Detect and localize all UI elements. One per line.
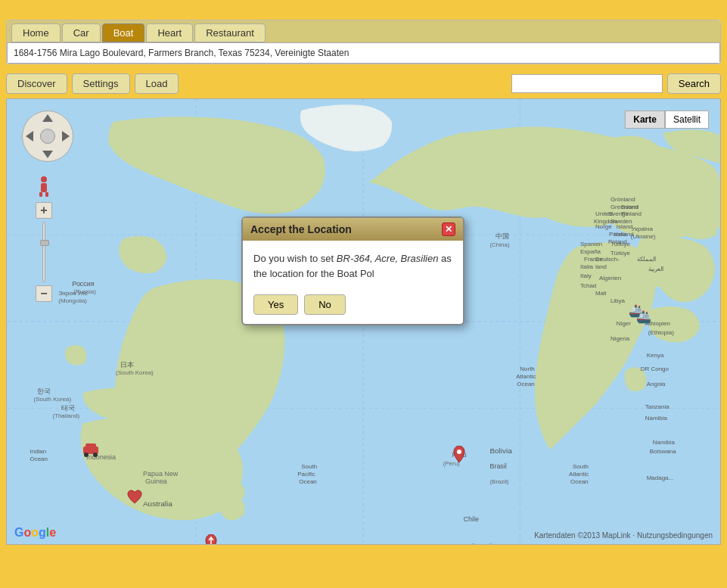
map-navigation	[22, 110, 75, 163]
tab-home[interactable]: Home	[11, 23, 61, 42]
zoom-handle[interactable]	[40, 240, 49, 246]
svg-text:(Ukraine): (Ukraine)	[631, 233, 656, 240]
svg-text:South: South	[573, 463, 589, 470]
svg-text:المملكة: المملكة	[637, 256, 656, 263]
map-type-karte-button[interactable]: Karte	[625, 110, 665, 129]
load-button[interactable]: Load	[135, 73, 179, 94]
svg-text:Iceland: Iceland	[614, 231, 634, 238]
svg-text:Nigeria: Nigeria	[610, 335, 630, 342]
tab-boat[interactable]: Boat	[102, 23, 145, 42]
svg-text:Украïна: Украïна	[632, 226, 654, 232]
marker-car-1[interactable]	[82, 441, 99, 461]
svg-text:DR Congo: DR Congo	[641, 366, 670, 372]
dialog-title: Accept the Location	[250, 223, 352, 235]
top-bar	[0, 0, 727, 15]
search-button[interactable]: Search	[667, 73, 721, 94]
svg-text:(Ethiopia): (Ethiopia)	[648, 329, 674, 336]
svg-text:(South Korea): (South Korea)	[116, 369, 154, 376]
svg-text:한국: 한국	[37, 387, 51, 395]
svg-text:(Mongolia): (Mongolia)	[58, 297, 87, 304]
svg-rect-91	[39, 192, 42, 197]
zoom-in-button[interactable]: +	[36, 202, 52, 219]
svg-text:Pacific: Pacific	[297, 471, 315, 478]
svg-text:Botswana: Botswana	[650, 448, 677, 455]
address-bar: 1684-1756 Mira Lago Boulevard, Farmers B…	[7, 42, 720, 64]
svg-text:Bolivia: Bolivia	[489, 446, 512, 455]
tab-restaurant[interactable]: Restaurant	[194, 23, 266, 42]
marker-heart-1[interactable]	[126, 489, 143, 509]
nav-right-arrow[interactable]	[62, 131, 70, 142]
svg-text:Ocean: Ocean	[30, 456, 48, 462]
nav-panel: Home Car Boat Heart Restaurant 1684-1756…	[6, 20, 721, 64]
svg-text:Indian: Indian	[30, 448, 47, 455]
tab-heart[interactable]: Heart	[146, 23, 193, 42]
svg-text:Mali: Mali	[595, 290, 607, 297]
dialog-no-button[interactable]: No	[304, 294, 346, 315]
dialog-close-button[interactable]: ✕	[442, 222, 455, 236]
svg-text:North: North	[520, 366, 535, 372]
dialog-location-text: BR-364, Acre, Brasilien	[337, 253, 439, 264]
nav-down-arrow[interactable]	[42, 151, 53, 158]
svg-text:Grönland: Grönland	[610, 196, 635, 203]
google-logo: Google	[14, 526, 56, 540]
svg-text:Guinea: Guinea	[145, 478, 167, 485]
svg-text:Ocean: Ocean	[517, 381, 534, 387]
tab-car[interactable]: Car	[62, 23, 101, 42]
svg-text:Atlantic: Atlantic	[516, 373, 536, 380]
svg-point-96	[84, 453, 89, 457]
svg-point-97	[93, 453, 98, 457]
dialog-header: Accept the Location ✕	[243, 218, 463, 241]
search-input[interactable]	[511, 74, 663, 93]
svg-text:Ocean: Ocean	[570, 478, 588, 485]
svg-text:Madaga...: Madaga...	[647, 474, 673, 481]
dialog-body-prefix: Do you wish to set	[253, 253, 337, 264]
svg-text:태국: 태국	[61, 404, 75, 412]
map-background: Россия (Russia) 中国 (China) 日本 (South Kor…	[7, 99, 720, 544]
zoom-out-button[interactable]: −	[36, 285, 52, 302]
street-view-button[interactable]	[36, 175, 52, 198]
map-type-controls: Karte Satellit	[625, 110, 709, 129]
svg-text:Papua New: Papua New	[143, 470, 179, 478]
toolbar: Discover Settings Load Search	[6, 69, 721, 98]
dialog-buttons: Yes No	[243, 288, 463, 324]
zoom-slider[interactable]	[42, 222, 45, 282]
svg-text:Tchad: Tchad	[580, 282, 596, 289]
marker-boat-2[interactable]: 🚢	[636, 310, 651, 324]
dialog-body: Do you wish to set BR-364, Acre, Brasili…	[243, 241, 463, 288]
svg-text:Island: Island	[617, 223, 632, 230]
svg-text:Chile: Chile	[464, 515, 479, 523]
svg-text:(Thailand): (Thailand)	[52, 412, 79, 419]
svg-text:Россия: Россия	[72, 280, 95, 288]
svg-rect-90	[41, 183, 47, 192]
discover-button[interactable]: Discover	[6, 73, 67, 94]
svg-point-93	[457, 450, 461, 454]
dialog-yes-button[interactable]: Yes	[253, 294, 298, 315]
svg-text:العربية: العربية	[648, 266, 663, 272]
settings-button[interactable]: Settings	[72, 73, 130, 94]
svg-text:Brasil: Brasil	[489, 462, 506, 470]
accept-location-dialog: Accept the Location ✕ Do you wish to set…	[241, 216, 464, 325]
svg-text:Niger: Niger	[617, 320, 631, 327]
nav-up-arrow[interactable]	[42, 114, 53, 122]
nav-circle	[22, 110, 73, 162]
nav-left-arrow[interactable]	[26, 131, 33, 142]
svg-text:Spanien: Spanien	[580, 241, 602, 247]
map-type-satellit-button[interactable]: Satellit	[665, 110, 709, 129]
svg-text:Australia: Australia	[143, 499, 172, 508]
svg-text:Norge: Norge	[595, 223, 612, 230]
svg-text:Namibia: Namibia	[653, 439, 676, 446]
svg-text:Angola: Angola	[647, 381, 666, 387]
marker-restaurant-1[interactable]	[453, 446, 465, 465]
map-footer: Kartendaten ©2013 MapLink · Nutzungsbedi…	[534, 531, 713, 540]
svg-text:Algerien: Algerien	[599, 275, 621, 282]
zoom-controls: + −	[36, 175, 52, 302]
svg-text:Namibia: Namibia	[645, 415, 668, 422]
svg-text:Atlantic: Atlantic	[569, 471, 589, 478]
svg-text:South: South	[301, 463, 317, 470]
nav-arrows	[23, 111, 73, 161]
svg-text:Эхрон Улс: Эхрон Улс	[58, 290, 87, 297]
svg-text:land: land	[595, 263, 607, 270]
svg-text:Libya: Libya	[610, 297, 626, 304]
marker-boat-nz[interactable]	[205, 534, 217, 545]
svg-text:France: France	[584, 256, 603, 263]
